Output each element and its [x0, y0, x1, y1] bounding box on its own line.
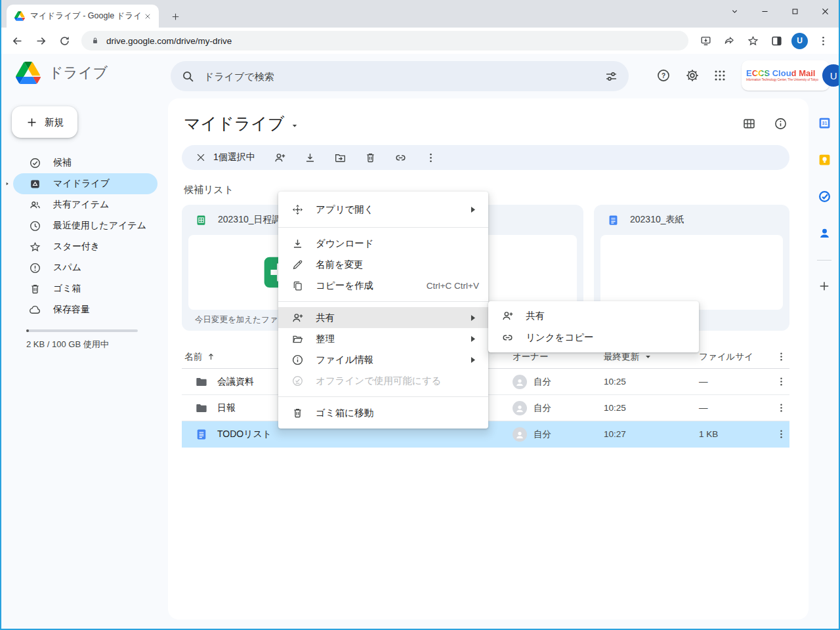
browser-profile-avatar[interactable]: U [791, 33, 808, 49]
menu-item-move-to-trash[interactable]: ゴミ箱に移動 [278, 402, 488, 423]
submenu-item-copy-link[interactable]: リンクをコピー [488, 327, 699, 348]
new-button[interactable]: 新規 [12, 106, 77, 138]
bookmark-star-button[interactable] [743, 31, 763, 51]
window-close-button[interactable] [810, 0, 840, 22]
grid-view-toggle-button[interactable] [738, 112, 760, 135]
details-info-button[interactable] [769, 112, 791, 135]
reload-button[interactable] [54, 31, 74, 51]
file-name: 会議資料 [217, 376, 254, 388]
sheets-file-icon [195, 214, 207, 226]
back-button[interactable] [7, 31, 27, 51]
card-title: 202310_日程調 [218, 214, 282, 226]
person-add-icon [501, 310, 514, 322]
column-header-owner[interactable]: オーナー [513, 351, 604, 363]
menu-item-file-info[interactable]: ファイル情報 [278, 349, 488, 370]
submenu-item-share[interactable]: 共有 [488, 305, 699, 327]
menu-item-label: ゴミ箱に移動 [316, 407, 373, 419]
sidebar-item-starred[interactable]: スター付き [13, 236, 158, 257]
menu-item-label: アプリで開く [316, 203, 374, 216]
submenu-arrow-icon [467, 354, 479, 366]
row-more-button[interactable] [772, 429, 789, 440]
menu-divider [278, 301, 488, 302]
account-avatar[interactable]: U [822, 64, 840, 87]
share-selected-button[interactable] [270, 147, 291, 168]
sidebar-item-trash[interactable]: ゴミ箱 [13, 278, 158, 299]
copy-link-button[interactable] [390, 147, 411, 168]
trash-selected-button[interactable] [360, 147, 381, 168]
owner-name: 自分 [534, 376, 551, 388]
menu-item-organize[interactable]: 整理 [278, 328, 488, 349]
browser-tab[interactable]: マイドライブ - Google ドライブ [7, 5, 159, 28]
column-header-size[interactable]: ファイルサイ [699, 351, 772, 363]
clock-icon [29, 220, 41, 232]
drive-logo-block[interactable]: ドライブ [16, 62, 108, 84]
browser-toolbar: drive.google.com/drive/my-drive U [0, 28, 840, 54]
storage-progress-fill [26, 329, 29, 332]
drive-sidebar: 新規 候補 マイドライブ 共有アイテム 最近使用したアイテム スタ [0, 97, 168, 630]
search-input[interactable] [204, 71, 595, 82]
row-more-button[interactable] [772, 402, 789, 413]
add-apps-button[interactable] [813, 275, 835, 297]
menu-item-share[interactable]: 共有 [278, 307, 488, 328]
table-options-button[interactable] [772, 351, 789, 362]
main-panel: マイドライブ 1個選択中 候補リスト 202310_日程調 [168, 98, 808, 620]
menu-item-label: オフラインで使用可能にする [316, 375, 442, 387]
sidebar-item-label: 候補 [53, 157, 72, 169]
page-title: マイドライブ [184, 113, 285, 135]
account-badge[interactable]: ECCS Cloud Mail Information Technology C… [742, 60, 830, 91]
help-button[interactable] [649, 61, 678, 90]
address-bar[interactable]: drive.google.com/drive/my-drive [81, 31, 688, 51]
tab-search-chevron-button[interactable] [719, 0, 749, 22]
new-tab-button[interactable] [167, 8, 184, 25]
sidebar-item-my-drive[interactable]: マイドライブ [13, 173, 158, 194]
expand-arrow-icon[interactable] [4, 180, 10, 187]
storage-progress-bar [26, 329, 138, 332]
clear-selection-button[interactable] [191, 148, 211, 167]
tab-close-button[interactable] [142, 10, 154, 22]
more-actions-button[interactable] [421, 147, 442, 168]
google-apps-grid-button[interactable] [705, 61, 734, 90]
keep-app-button[interactable] [813, 148, 835, 171]
window-maximize-button[interactable] [780, 0, 810, 22]
sidebar-item-storage[interactable]: 保存容量 [13, 299, 158, 320]
menu-item-label: 共有 [316, 312, 335, 324]
drive-favicon [14, 11, 25, 21]
search-options-icon[interactable] [604, 70, 618, 83]
install-app-button[interactable] [696, 31, 715, 51]
file-size: — [699, 377, 772, 387]
column-header-modified[interactable]: 最終更新 [604, 351, 699, 363]
window-minimize-button[interactable] [749, 0, 780, 22]
download-selected-button[interactable] [300, 147, 321, 168]
move-selected-button[interactable] [330, 147, 351, 168]
card-title: 202310_表紙 [630, 214, 684, 226]
sidebar-item-recent[interactable]: 最近使用したアイテム [13, 215, 158, 236]
submenu-arrow-icon [467, 312, 479, 324]
storage-usage-text: 2 KB / 100 GB 使用中 [26, 339, 168, 350]
menu-item-open-with[interactable]: アプリで開く [278, 197, 488, 222]
menu-item-download[interactable]: ダウンロード [278, 233, 488, 254]
menu-item-make-copy[interactable]: コピーを作成 Ctrl+C Ctrl+V [278, 275, 488, 296]
sidebar-item-suggestions[interactable]: 候補 [13, 152, 158, 173]
link-icon [501, 331, 514, 344]
sort-descending-icon [643, 352, 653, 362]
owner-avatar [513, 401, 527, 415]
contacts-app-button[interactable] [813, 222, 835, 244]
settings-gear-button[interactable] [678, 61, 707, 90]
menu-item-rename[interactable]: 名前を変更 [278, 254, 488, 275]
forward-button[interactable] [31, 31, 51, 51]
row-more-button[interactable] [772, 376, 789, 387]
page-title-dropdown[interactable] [285, 112, 299, 135]
rail-divider [817, 260, 831, 261]
copy-icon [291, 280, 304, 292]
side-panel-button[interactable] [766, 31, 786, 51]
drive-search-bar[interactable] [171, 61, 629, 91]
share-button[interactable] [719, 31, 739, 51]
sidebar-item-spam[interactable]: スパム [13, 257, 158, 278]
sidebar-item-shared-with-me[interactable]: 共有アイテム [13, 194, 158, 215]
trash-icon [29, 283, 41, 295]
browser-menu-button[interactable] [813, 31, 833, 51]
tasks-app-button[interactable] [813, 185, 835, 207]
drive-app-name: ドライブ [49, 63, 108, 83]
open-with-icon [291, 203, 304, 216]
calendar-app-button[interactable] [813, 112, 835, 134]
